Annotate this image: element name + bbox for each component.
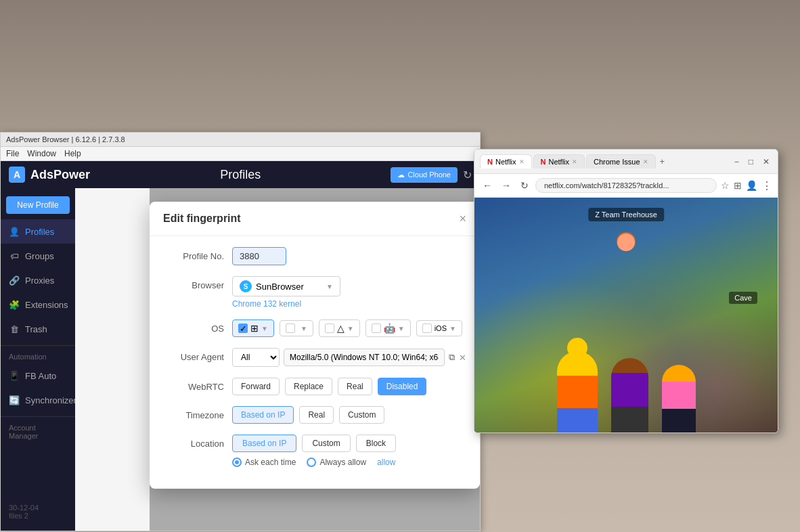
tz-real[interactable]: Real bbox=[299, 406, 334, 424]
adspower-window: AdsPower Browser | 6.12.6 | 2.7.3.8 File… bbox=[0, 132, 481, 531]
webrtc-options: Forward Replace Real Disabled bbox=[232, 378, 466, 395]
profile-no-input[interactable] bbox=[232, 247, 286, 265]
tab-chrome-issue[interactable]: Chrome Issue ✕ bbox=[586, 154, 655, 169]
menu-window[interactable]: Window bbox=[27, 149, 56, 158]
os-android[interactable]: 🤖 ▼ bbox=[365, 319, 411, 337]
allow-link[interactable]: allow bbox=[377, 458, 395, 467]
refresh-icon[interactable]: ↻ bbox=[463, 169, 472, 181]
os-mac-checkbox bbox=[286, 324, 295, 333]
logo-text: AdsPower bbox=[30, 168, 90, 182]
sidebar-item-synchronizer[interactable]: 🔄 Synchronizer bbox=[1, 388, 75, 412]
os-windows-checkbox: ✓ bbox=[238, 324, 248, 333]
netflix-video-content: Z Team Treehouse Cave bbox=[474, 198, 778, 433]
mac-chevron-icon: ▼ bbox=[301, 325, 307, 332]
location-control: Based on IP Custom Block Ask each time bbox=[232, 435, 466, 467]
location-radio-group: Ask each time Always allow allow bbox=[232, 458, 466, 467]
tab-close-icon-1[interactable]: ✕ bbox=[519, 158, 525, 165]
new-profile-button[interactable]: New Profile bbox=[6, 196, 70, 214]
location-buttons: Based on IP Custom Block bbox=[232, 435, 466, 452]
sidebar-item-fb-auto[interactable]: 📱 FB Auto bbox=[1, 363, 75, 388]
clear-icon[interactable]: ✕ bbox=[459, 353, 466, 363]
groups-icon: 🏷 bbox=[9, 250, 20, 261]
radio-always-allow[interactable]: Always allow bbox=[307, 458, 366, 467]
app-header: A AdsPower Profiles ☁ Cloud Phone ↻ bbox=[1, 161, 480, 188]
url-bar[interactable] bbox=[535, 178, 717, 193]
modal-close-button[interactable]: × bbox=[459, 213, 466, 225]
menu-file[interactable]: File bbox=[6, 149, 19, 158]
webrtc-replace[interactable]: Replace bbox=[285, 378, 332, 395]
os-linux[interactable]: △ ▼ bbox=[319, 319, 360, 337]
webrtc-real[interactable]: Real bbox=[338, 378, 372, 395]
reload-button[interactable]: ↻ bbox=[518, 179, 531, 192]
sidebar-divider-1 bbox=[1, 345, 75, 346]
synchronizer-icon: 🔄 bbox=[9, 395, 20, 405]
maximize-icon[interactable]: □ bbox=[746, 156, 756, 168]
tz-custom[interactable]: Custom bbox=[339, 406, 384, 424]
os-windows[interactable]: ✓ ⊞ ▼ bbox=[232, 319, 274, 337]
main-content: New Profile 👤 Profiles 🏷 Groups 🔗 Proxie… bbox=[1, 188, 480, 531]
profile-no-label: Profile No. bbox=[163, 247, 224, 261]
os-row: OS ✓ ⊞ ▼ bbox=[163, 319, 466, 337]
tab-close-icon-3[interactable]: ✕ bbox=[643, 158, 648, 165]
user-agent-row: User Agent All ⧉ ✕ bbox=[163, 348, 466, 367]
os-mac[interactable]: ▼ bbox=[280, 320, 313, 336]
copy-icon[interactable]: ⧉ bbox=[449, 352, 455, 363]
webrtc-forward[interactable]: Forward bbox=[232, 378, 280, 395]
android-chevron-icon: ▼ bbox=[398, 325, 405, 332]
browser-label: Browser bbox=[163, 276, 224, 290]
minimize-icon[interactable]: − bbox=[732, 156, 742, 168]
character-1 bbox=[557, 351, 598, 433]
edit-fingerprint-modal: Edit fingerprint × Profile No. bbox=[150, 202, 480, 489]
back-button[interactable]: ← bbox=[480, 179, 495, 192]
sidebar-item-profiles[interactable]: 👤 Profiles bbox=[1, 219, 75, 244]
tz-based-on-ip[interactable]: Based on IP bbox=[232, 406, 294, 424]
sidebar-item-extensions[interactable]: 🧩 Extensions bbox=[1, 292, 75, 317]
browser-select[interactable]: S SunBrowser ▼ bbox=[232, 276, 340, 296]
ua-select[interactable]: All bbox=[232, 348, 280, 367]
ua-input[interactable] bbox=[284, 349, 445, 366]
header-actions: ☁ Cloud Phone ↻ bbox=[391, 167, 472, 183]
os-android-checkbox bbox=[372, 324, 381, 333]
modal-overlay: Edit fingerprint × Profile No. bbox=[150, 188, 480, 531]
proxies-icon: 🔗 bbox=[9, 275, 20, 286]
radio-ask-circle bbox=[232, 458, 242, 467]
sidebar-item-trash[interactable]: 🗑 Trash bbox=[1, 317, 75, 341]
tab-close-icon-2[interactable]: ✕ bbox=[572, 158, 577, 165]
tab-netflix2[interactable]: N Netflix ✕ bbox=[533, 154, 585, 169]
tab-netflix1[interactable]: N Netflix ✕ bbox=[480, 154, 532, 169]
forward-button[interactable]: → bbox=[499, 179, 514, 192]
webrtc-disabled[interactable]: Disabled bbox=[378, 378, 427, 395]
profile-icon[interactable]: 👤 bbox=[746, 180, 757, 191]
tab-bar: N Netflix ✕ N Netflix ✕ Chrome Issue ✕ + bbox=[480, 154, 728, 169]
webrtc-control: Forward Replace Real Disabled bbox=[232, 378, 466, 395]
loc-block[interactable]: Block bbox=[356, 435, 396, 452]
window-close-icon[interactable]: ✕ bbox=[760, 156, 772, 168]
bottom-info: 30-12-04 files 2 bbox=[1, 498, 75, 525]
character-3 bbox=[662, 365, 696, 433]
bookmark-icon[interactable]: ☆ bbox=[721, 180, 730, 191]
timezone-options: Based on IP Real Custom bbox=[232, 406, 466, 424]
os-ios[interactable]: iOS ▼ bbox=[416, 320, 462, 336]
cloud-icon: ☁ bbox=[397, 171, 405, 179]
character-2 bbox=[611, 358, 648, 433]
sidebar-item-proxies[interactable]: 🔗 Proxies bbox=[1, 268, 75, 292]
loc-custom[interactable]: Custom bbox=[302, 435, 350, 452]
ua-row-inner: All ⧉ ✕ bbox=[232, 348, 466, 367]
new-tab-icon[interactable]: + bbox=[657, 154, 668, 169]
loc-based-on-ip[interactable]: Based on IP bbox=[232, 435, 296, 452]
sidebar: New Profile 👤 Profiles 🏷 Groups 🔗 Proxie… bbox=[1, 188, 75, 531]
cloud-phone-button[interactable]: ☁ Cloud Phone bbox=[391, 167, 458, 183]
menu-icon[interactable]: ⋮ bbox=[761, 179, 772, 192]
char1-head bbox=[567, 338, 587, 358]
radio-ask-each-time[interactable]: Ask each time bbox=[232, 458, 296, 467]
ask-each-time-label: Ask each time bbox=[245, 458, 296, 467]
netflix-nav: ← → ↻ ☆ ⊞ 👤 ⋮ bbox=[474, 174, 778, 198]
menu-help[interactable]: Help bbox=[64, 149, 81, 158]
android-icon: 🤖 bbox=[384, 323, 395, 334]
sidebar-item-groups[interactable]: 🏷 Groups bbox=[1, 244, 75, 268]
timezone-row: Timezone Based on IP Real Custom bbox=[163, 406, 466, 424]
app-logo: A AdsPower bbox=[9, 167, 90, 183]
always-allow-label: Always allow bbox=[319, 458, 366, 467]
extensions-icon-nav[interactable]: ⊞ bbox=[734, 180, 742, 191]
logo-icon: A bbox=[9, 167, 25, 183]
